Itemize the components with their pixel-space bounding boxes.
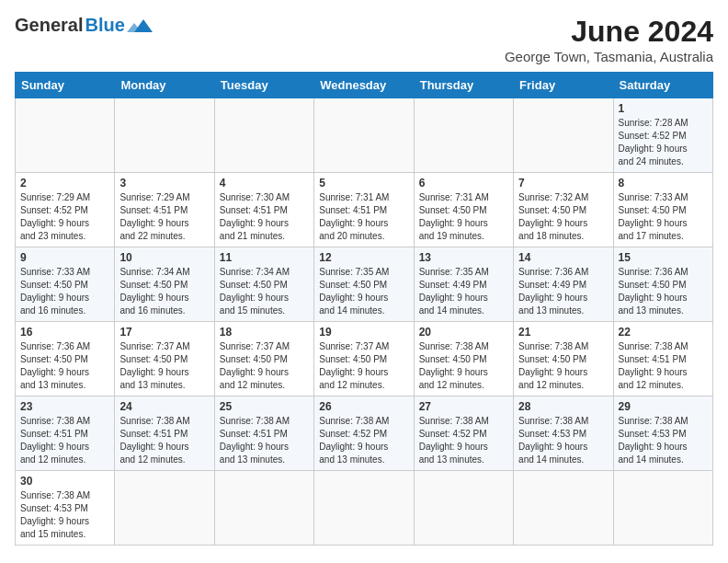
day-info: Sunrise: 7:31 AM Sunset: 4:51 PM Dayligh…: [319, 191, 408, 243]
day-number: 3: [119, 177, 209, 190]
calendar-cell: 13Sunrise: 7:35 AM Sunset: 4:49 PM Dayli…: [414, 247, 513, 322]
calendar-cell: 19Sunrise: 7:37 AM Sunset: 4:50 PM Dayli…: [314, 322, 414, 396]
calendar-cell: 4Sunrise: 7:30 AM Sunset: 4:51 PM Daylig…: [214, 173, 313, 247]
calendar-cell: [314, 471, 414, 546]
calendar-cell: [314, 98, 414, 173]
weekday-header: Sunday: [16, 73, 115, 98]
day-number: 30: [20, 475, 109, 488]
calendar-cell: 17Sunrise: 7:37 AM Sunset: 4:50 PM Dayli…: [115, 322, 214, 396]
calendar-cell: [414, 98, 513, 173]
calendar-cell: 26Sunrise: 7:38 AM Sunset: 4:52 PM Dayli…: [314, 396, 414, 471]
weekday-header: Thursday: [414, 73, 513, 98]
calendar-cell: 27Sunrise: 7:38 AM Sunset: 4:52 PM Dayli…: [414, 396, 513, 471]
day-number: 23: [20, 400, 109, 413]
day-info: Sunrise: 7:38 AM Sunset: 4:51 PM Dayligh…: [119, 415, 209, 466]
day-info: Sunrise: 7:36 AM Sunset: 4:50 PM Dayligh…: [619, 266, 708, 317]
calendar-cell: 5Sunrise: 7:31 AM Sunset: 4:51 PM Daylig…: [314, 173, 414, 247]
page-header: General Blue June 2024 George Town, Tasm…: [15, 15, 713, 64]
day-number: 1: [619, 102, 708, 115]
day-info: Sunrise: 7:38 AM Sunset: 4:52 PM Dayligh…: [319, 415, 408, 466]
weekday-header-row: SundayMondayTuesdayWednesdayThursdayFrid…: [16, 73, 713, 98]
day-number: 15: [619, 251, 708, 264]
calendar-cell: 8Sunrise: 7:33 AM Sunset: 4:50 PM Daylig…: [613, 173, 712, 247]
day-info: Sunrise: 7:38 AM Sunset: 4:52 PM Dayligh…: [419, 415, 508, 466]
day-number: 19: [319, 326, 408, 339]
calendar-cell: 28Sunrise: 7:38 AM Sunset: 4:53 PM Dayli…: [514, 396, 613, 471]
calendar-cell: [514, 98, 613, 173]
calendar-cell: 1Sunrise: 7:28 AM Sunset: 4:52 PM Daylig…: [613, 98, 712, 173]
day-info: Sunrise: 7:33 AM Sunset: 4:50 PM Dayligh…: [619, 191, 708, 243]
day-info: Sunrise: 7:38 AM Sunset: 4:51 PM Dayligh…: [619, 340, 708, 392]
logo-icon: [127, 16, 153, 36]
day-number: 13: [419, 251, 508, 264]
calendar-cell: 16Sunrise: 7:36 AM Sunset: 4:50 PM Dayli…: [16, 322, 115, 396]
weekday-header: Monday: [115, 73, 214, 98]
logo-general: General: [15, 15, 83, 36]
day-info: Sunrise: 7:34 AM Sunset: 4:50 PM Dayligh…: [119, 266, 209, 317]
day-info: Sunrise: 7:33 AM Sunset: 4:50 PM Dayligh…: [20, 266, 109, 317]
calendar-cell: 10Sunrise: 7:34 AM Sunset: 4:50 PM Dayli…: [115, 247, 214, 322]
calendar-cell: 2Sunrise: 7:29 AM Sunset: 4:52 PM Daylig…: [16, 173, 115, 247]
calendar-cell: [214, 471, 313, 546]
page-subtitle: George Town, Tasmania, Australia: [505, 49, 713, 64]
day-info: Sunrise: 7:30 AM Sunset: 4:51 PM Dayligh…: [220, 191, 309, 243]
weekday-header: Saturday: [613, 73, 712, 98]
day-number: 18: [220, 326, 309, 339]
calendar-cell: [115, 98, 214, 173]
day-info: Sunrise: 7:35 AM Sunset: 4:49 PM Dayligh…: [419, 266, 508, 317]
calendar-cell: 12Sunrise: 7:35 AM Sunset: 4:50 PM Dayli…: [314, 247, 414, 322]
day-number: 7: [518, 177, 608, 190]
calendar-table: SundayMondayTuesdayWednesdayThursdayFrid…: [15, 72, 713, 546]
calendar-cell: [16, 98, 115, 173]
day-number: 6: [419, 177, 508, 190]
calendar-cell: 29Sunrise: 7:38 AM Sunset: 4:53 PM Dayli…: [613, 396, 712, 471]
calendar-cell: 22Sunrise: 7:38 AM Sunset: 4:51 PM Dayli…: [613, 322, 712, 396]
day-info: Sunrise: 7:37 AM Sunset: 4:50 PM Dayligh…: [119, 340, 209, 392]
weekday-header: Tuesday: [214, 73, 313, 98]
day-info: Sunrise: 7:38 AM Sunset: 4:51 PM Dayligh…: [20, 415, 109, 466]
day-info: Sunrise: 7:29 AM Sunset: 4:51 PM Dayligh…: [119, 191, 209, 243]
day-info: Sunrise: 7:37 AM Sunset: 4:50 PM Dayligh…: [319, 340, 408, 392]
calendar-cell: 15Sunrise: 7:36 AM Sunset: 4:50 PM Dayli…: [613, 247, 712, 322]
day-number: 26: [319, 400, 408, 413]
calendar-cell: 18Sunrise: 7:37 AM Sunset: 4:50 PM Dayli…: [214, 322, 313, 396]
calendar-cell: 11Sunrise: 7:34 AM Sunset: 4:50 PM Dayli…: [214, 247, 313, 322]
day-info: Sunrise: 7:38 AM Sunset: 4:50 PM Dayligh…: [419, 340, 508, 392]
calendar-cell: 7Sunrise: 7:32 AM Sunset: 4:50 PM Daylig…: [514, 173, 613, 247]
day-number: 28: [518, 400, 608, 413]
day-info: Sunrise: 7:38 AM Sunset: 4:53 PM Dayligh…: [619, 415, 708, 466]
day-info: Sunrise: 7:32 AM Sunset: 4:50 PM Dayligh…: [518, 191, 608, 243]
day-number: 20: [419, 326, 508, 339]
logo-blue: Blue: [85, 15, 124, 36]
calendar-cell: [115, 471, 214, 546]
day-number: 14: [518, 251, 608, 264]
calendar-cell: [414, 471, 513, 546]
day-info: Sunrise: 7:38 AM Sunset: 4:53 PM Dayligh…: [20, 489, 109, 541]
calendar-cell: [514, 471, 613, 546]
day-info: Sunrise: 7:38 AM Sunset: 4:51 PM Dayligh…: [220, 415, 309, 466]
calendar-cell: 24Sunrise: 7:38 AM Sunset: 4:51 PM Dayli…: [115, 396, 214, 471]
day-info: Sunrise: 7:38 AM Sunset: 4:53 PM Dayligh…: [518, 415, 608, 466]
day-info: Sunrise: 7:38 AM Sunset: 4:50 PM Dayligh…: [518, 340, 608, 392]
day-number: 25: [220, 400, 309, 413]
day-number: 17: [119, 326, 209, 339]
title-block: June 2024 George Town, Tasmania, Austral…: [505, 15, 713, 64]
calendar-cell: 9Sunrise: 7:33 AM Sunset: 4:50 PM Daylig…: [16, 247, 115, 322]
calendar-cell: 25Sunrise: 7:38 AM Sunset: 4:51 PM Dayli…: [214, 396, 313, 471]
calendar-cell: 21Sunrise: 7:38 AM Sunset: 4:50 PM Dayli…: [514, 322, 613, 396]
day-number: 2: [20, 177, 109, 190]
calendar-cell: 30Sunrise: 7:38 AM Sunset: 4:53 PM Dayli…: [16, 471, 115, 546]
day-info: Sunrise: 7:34 AM Sunset: 4:50 PM Dayligh…: [220, 266, 309, 317]
day-number: 5: [319, 177, 408, 190]
day-number: 29: [619, 400, 708, 413]
weekday-header: Friday: [514, 73, 613, 98]
page-title: June 2024: [505, 15, 713, 49]
day-number: 10: [119, 251, 209, 264]
day-info: Sunrise: 7:36 AM Sunset: 4:50 PM Dayligh…: [20, 340, 109, 392]
day-info: Sunrise: 7:35 AM Sunset: 4:50 PM Dayligh…: [319, 266, 408, 317]
day-number: 9: [20, 251, 109, 264]
day-number: 27: [419, 400, 508, 413]
calendar-cell: [214, 98, 313, 173]
day-number: 21: [518, 326, 608, 339]
calendar-cell: 14Sunrise: 7:36 AM Sunset: 4:49 PM Dayli…: [514, 247, 613, 322]
